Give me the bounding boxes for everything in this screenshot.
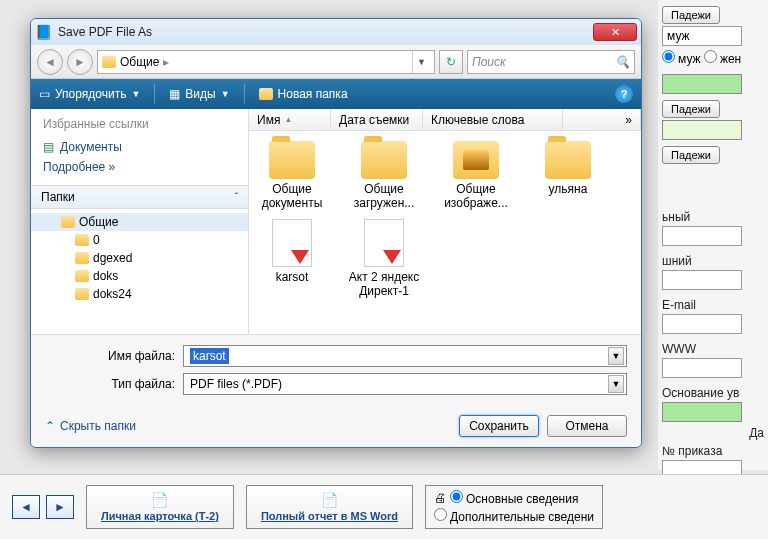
filetype-label: Тип файла: — [45, 377, 175, 391]
chevron-down-icon: ▼ — [131, 89, 140, 99]
label-www: WWW — [662, 342, 764, 356]
radio-additional-info[interactable]: Дополнительные сведени — [434, 508, 594, 524]
folder-icon — [75, 270, 89, 282]
help-button[interactable]: ? — [615, 85, 633, 103]
personal-card-label: Личная карточка (Т-2) — [101, 510, 219, 522]
close-button[interactable]: ✕ — [593, 23, 637, 41]
filename-value: karsot — [190, 348, 229, 364]
label-ny: ьный — [662, 210, 764, 224]
personal-card-button[interactable]: 📄 Личная карточка (Т-2) — [86, 485, 234, 529]
filetype-value: PDF files (*.PDF) — [190, 377, 282, 391]
favorites-title: Избранные ссылки — [43, 117, 236, 131]
green-field-1[interactable] — [662, 74, 742, 94]
input-ny[interactable] — [662, 226, 742, 246]
file-label: ульяна — [549, 182, 588, 196]
dialog-title: Save PDF File As — [58, 25, 587, 39]
filename-input[interactable]: karsot ▼ — [183, 345, 627, 367]
chevron-down-icon: ▼ — [221, 89, 230, 99]
green-field-2[interactable] — [662, 120, 742, 140]
info-radio-group: 🖨 Основные сведения Дополнительные сведе… — [425, 485, 603, 529]
folder-icon — [75, 288, 89, 300]
app-icon: 📘 — [35, 24, 52, 40]
label-da: Да — [662, 426, 764, 440]
folder-icon — [61, 216, 75, 228]
hide-folders-link[interactable]: ⌃ Скрыть папки — [45, 419, 136, 433]
column-headers: Имя▲ Дата съемки Ключевые слова » — [249, 109, 641, 131]
file-item[interactable]: Акт 2 яндекс Директ-1 — [347, 219, 421, 299]
radio-male[interactable]: муж — [662, 52, 701, 66]
full-report-button[interactable]: 📄 Полный отчет в MS Word — [246, 485, 413, 529]
full-report-label: Полный отчет в MS Word — [261, 510, 398, 522]
input-email[interactable] — [662, 314, 742, 334]
input-www[interactable] — [662, 358, 742, 378]
col-name[interactable]: Имя▲ — [249, 109, 331, 130]
bottom-toolbar: ◄ ► 📄 Личная карточка (Т-2) 📄 Полный отч… — [0, 474, 768, 539]
green-field-osn[interactable] — [662, 402, 742, 422]
documents-link[interactable]: ▤ Документы — [43, 137, 236, 157]
col-date[interactable]: Дата съемки — [331, 109, 423, 130]
col-keywords[interactable]: Ключевые слова — [423, 109, 563, 130]
pdf-icon — [364, 219, 404, 267]
file-item[interactable]: Общие документы — [255, 141, 329, 211]
document-icon: ▤ — [43, 140, 54, 154]
path-dropdown[interactable]: ▼ — [412, 51, 430, 73]
nav-prev-button[interactable]: ◄ — [12, 495, 40, 519]
titlebar: 📘 Save PDF File As ✕ — [31, 19, 641, 45]
file-label: karsot — [276, 270, 309, 284]
label-osn: Основание ув — [662, 386, 764, 400]
file-item[interactable]: karsot — [255, 219, 329, 299]
filename-dropdown[interactable]: ▼ — [608, 347, 624, 365]
more-link[interactable]: Подробнее » — [43, 157, 236, 177]
folders-header[interactable]: Папки ˇ — [31, 185, 248, 209]
separator — [244, 84, 245, 104]
gender-radios: муж жен — [662, 50, 764, 66]
radio-main-info[interactable]: Основные сведения — [450, 490, 578, 506]
file-label: Общие загружен... — [347, 182, 421, 211]
cases-button-1[interactable]: Падежи — [662, 100, 720, 118]
forward-button[interactable]: ► — [67, 49, 93, 75]
filetype-dropdown[interactable]: ▼ — [608, 375, 624, 393]
chevron-right-icon[interactable]: ▸ — [163, 55, 169, 69]
tree-item[interactable]: dgexed — [31, 249, 248, 267]
cancel-button[interactable]: Отмена — [547, 415, 627, 437]
search-placeholder: Поиск — [472, 55, 506, 69]
radio-female[interactable]: жен — [704, 52, 741, 66]
path-box[interactable]: Общие ▸ ▼ — [97, 50, 435, 74]
background-form: Падежи муж жен Падежи Падежи ьный шний E… — [658, 0, 768, 470]
filename-label: Имя файла: — [45, 349, 175, 363]
views-icon: ▦ — [169, 87, 180, 101]
chevron-down-icon: ˇ — [235, 192, 238, 203]
document-icon: 📄 — [151, 492, 168, 508]
tree-item[interactable]: doks24 — [31, 285, 248, 303]
new-folder-button[interactable]: Новая папка — [259, 87, 348, 101]
label-nprik: № приказа — [662, 444, 764, 458]
tree-item[interactable]: 0 — [31, 231, 248, 249]
file-item[interactable]: Общие загружен... — [347, 141, 421, 211]
folder-icon — [102, 56, 116, 68]
document-icon: 📄 — [321, 492, 338, 508]
filetype-select[interactable]: PDF files (*.PDF) ▼ — [183, 373, 627, 395]
views-menu[interactable]: ▦ Виды ▼ — [169, 87, 229, 101]
save-button[interactable]: Сохранить — [459, 415, 539, 437]
organize-menu[interactable]: ▭ Упорядочить ▼ — [39, 87, 140, 101]
cases-button-2[interactable]: Падежи — [662, 146, 720, 164]
nav-next-button[interactable]: ► — [46, 495, 74, 519]
refresh-button[interactable]: ↻ — [439, 50, 463, 74]
toolbar: ▭ Упорядочить ▼ ▦ Виды ▼ Новая папка ? — [31, 79, 641, 109]
cases-button-top[interactable]: Падежи — [662, 6, 720, 24]
file-item[interactable]: Общие изображе... — [439, 141, 513, 211]
label-shniy: шний — [662, 254, 764, 268]
gender-input[interactable] — [662, 26, 742, 46]
file-label: Акт 2 яндекс Директ-1 — [347, 270, 421, 299]
file-area[interactable]: Общие документыОбщие загружен...Общие из… — [249, 131, 641, 334]
back-button[interactable]: ◄ — [37, 49, 63, 75]
path-segment[interactable]: Общие — [120, 55, 159, 69]
input-shniy[interactable] — [662, 270, 742, 290]
tree-item[interactable]: Общие — [31, 213, 248, 231]
tree-item[interactable]: doks — [31, 267, 248, 285]
folder-icon — [361, 141, 407, 179]
file-item[interactable]: ульяна — [531, 141, 605, 211]
search-input[interactable]: Поиск 🔍 — [467, 50, 635, 74]
col-more[interactable]: » — [563, 109, 641, 130]
navbar: ◄ ► Общие ▸ ▼ ↻ Поиск 🔍 — [31, 45, 641, 79]
